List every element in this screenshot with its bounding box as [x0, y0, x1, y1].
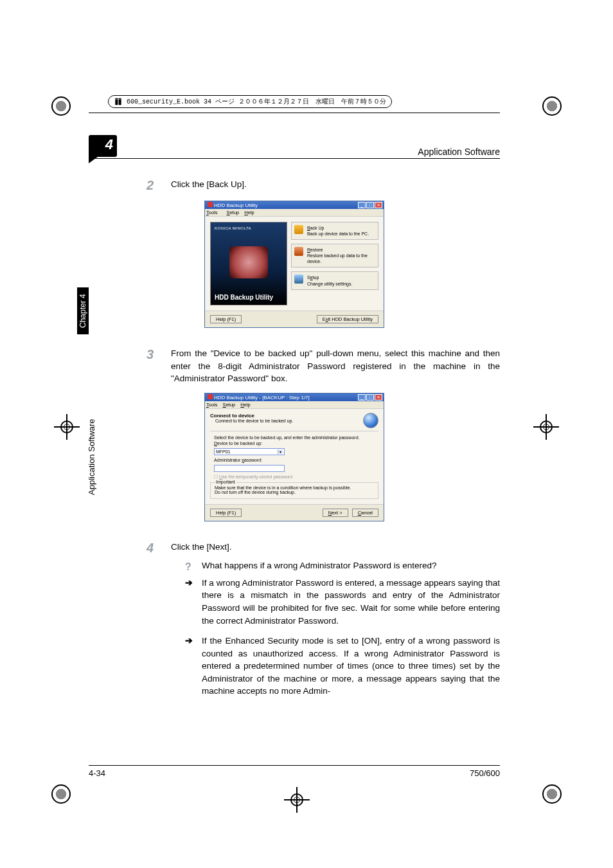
book-icon — [114, 97, 123, 106]
dropdown-arrow-icon: ▾ — [278, 449, 283, 454]
crop-corner-circle — [51, 784, 71, 804]
km-logo-text: KONICA MINOLTA — [215, 226, 283, 230]
wizard-heading: Connect to device — [210, 413, 254, 419]
close-button[interactable]: × — [375, 202, 382, 208]
backup-desc: Back up device data to the PC. — [307, 231, 375, 237]
menu-tools[interactable]: Tools — [206, 402, 218, 408]
maximize-button[interactable]: □ — [366, 202, 374, 208]
hdd-main-window: HDD Backup Utility _ □ × Tools Setup Hel… — [204, 201, 384, 328]
step-text: Click the [Back Up]. — [171, 178, 500, 193]
help-button[interactable]: Help (F1) — [210, 315, 242, 323]
password-label: Administrator password: — [214, 458, 378, 462]
window-title: HDD Backup Utility — [208, 202, 258, 208]
hdd-app-title: HDD Backup Utility — [215, 294, 283, 301]
registration-mark — [537, 418, 555, 436]
crop-header-text: 600_security_E.book 34 ページ ２００６年１２月２７日 水… — [127, 97, 386, 106]
next-button[interactable]: Next > — [323, 509, 348, 517]
crop-corner-circle — [542, 96, 562, 116]
setup-desc: Change utility settings. — [307, 281, 375, 287]
help-button[interactable]: Help (F1) — [210, 509, 242, 517]
setup-icon — [294, 275, 303, 284]
backup-icon — [294, 225, 303, 234]
device-label: Device to be backed up: — [214, 441, 378, 446]
globe-icon — [363, 413, 378, 428]
qa-answer: If a wrong Administrator Password is ent… — [202, 577, 500, 627]
menu-help[interactable]: Help — [244, 210, 254, 215]
menu-setup[interactable]: Setup — [223, 402, 236, 408]
crop-corner-circle — [542, 784, 562, 804]
important-line1: Make sure that the device is in a condit… — [215, 485, 374, 490]
maximize-button[interactable]: □ — [366, 394, 374, 401]
important-label: Important — [215, 480, 236, 484]
exit-button[interactable]: Exit HDD Backup Utility — [317, 315, 378, 323]
step-text: Click the [Next]. — [171, 541, 500, 556]
minimize-button[interactable]: _ — [358, 394, 366, 401]
setup-option[interactable]: Setup Change utility settings. — [291, 271, 378, 289]
model-number: 750/600 — [470, 768, 500, 778]
step-number: 3 — [147, 347, 157, 385]
crop-corner-circle — [51, 96, 71, 116]
menu-bar: Tools Setup Help — [205, 401, 384, 409]
menu-tools[interactable]: Tools — [206, 210, 222, 215]
page-content: 600_security_E.book 34 ページ ２００６年１２月２７日 水… — [89, 96, 500, 778]
registration-mark — [288, 791, 306, 809]
qa-question: What happens if a wrong Administrator Pa… — [202, 559, 436, 574]
page-number: 4-34 — [89, 768, 105, 778]
close-button[interactable]: × — [375, 394, 382, 401]
device-illustration — [229, 246, 268, 278]
device-value: MFP01 — [216, 449, 231, 454]
hdd-branding-panel: KONICA MINOLTA HDD Backup Utility — [210, 222, 287, 305]
side-chapter-tab: Chapter 4 — [77, 287, 89, 334]
important-box: Important Make sure that the device is i… — [210, 482, 378, 499]
question-icon: ? — [185, 559, 197, 574]
chapter-badge: 4 — [89, 135, 117, 157]
minimize-button[interactable]: _ — [358, 202, 366, 208]
restore-desc: Restore backed up data to the device. — [307, 253, 375, 264]
password-input[interactable] — [214, 465, 285, 472]
restore-option[interactable]: Restore Restore backed up data to the de… — [291, 244, 378, 267]
device-combobox[interactable]: MFP01 ▾ — [214, 448, 285, 455]
restore-icon — [294, 247, 303, 256]
hdd-wizard-window: HDD Backup Utility - [BACKUP : Step 1/7]… — [204, 393, 384, 521]
crop-header-rule: 600_security_E.book 34 ページ ２００６年１２月２７日 水… — [89, 96, 500, 113]
arrow-icon: ➔ — [185, 635, 197, 698]
step-number: 2 — [147, 178, 157, 193]
stored-password-checkbox: ☐ Use the temporarily-stored password — [214, 475, 378, 480]
step-number: 4 — [147, 541, 157, 556]
menu-setup[interactable]: Setup — [227, 210, 240, 215]
cancel-button[interactable]: Cancel — [352, 509, 378, 517]
running-header-title: Application Software — [418, 147, 500, 157]
menu-help[interactable]: Help — [240, 402, 250, 408]
window-title: HDD Backup Utility - [BACKUP : Step 1/7] — [208, 394, 310, 401]
important-line2: Do not turn off the device during backup… — [215, 490, 374, 494]
arrow-icon: ➔ — [185, 577, 197, 627]
registration-mark — [58, 418, 76, 436]
backup-option[interactable]: Back Up Back up device data to the PC. — [291, 222, 378, 240]
wizard-subheading: Connect to the device to be backed up. — [210, 419, 293, 423]
step-text: From the "Device to be backed up" pull-d… — [171, 347, 500, 385]
qa-answer: If the Enhanced Security mode is set to … — [202, 635, 500, 698]
menu-bar: Tools Setup Help — [205, 209, 384, 217]
wizard-instruction: Select the device to be backed up, and e… — [210, 435, 378, 440]
